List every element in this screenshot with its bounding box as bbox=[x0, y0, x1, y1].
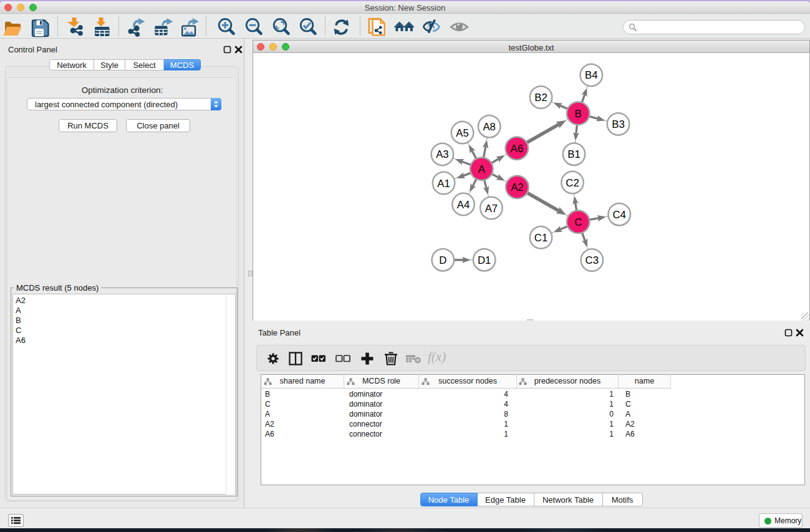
svg-text:C1: C1 bbox=[534, 232, 547, 244]
svg-text:C4: C4 bbox=[612, 209, 625, 221]
svg-text:A8: A8 bbox=[483, 121, 496, 133]
svg-text:C: C bbox=[574, 216, 582, 228]
svg-text:B4: B4 bbox=[585, 69, 598, 81]
svg-text:A5: A5 bbox=[456, 127, 469, 139]
svg-text:A7: A7 bbox=[485, 203, 498, 215]
svg-text:B3: B3 bbox=[612, 118, 625, 130]
svg-text:A3: A3 bbox=[436, 148, 449, 160]
svg-text:B1: B1 bbox=[567, 148, 581, 160]
svg-text:D1: D1 bbox=[478, 254, 491, 266]
svg-text:B: B bbox=[575, 108, 582, 120]
svg-text:C3: C3 bbox=[586, 254, 599, 266]
svg-text:A1: A1 bbox=[437, 178, 450, 190]
svg-text:A6: A6 bbox=[511, 143, 524, 155]
svg-text:B2: B2 bbox=[534, 92, 547, 104]
svg-text:D: D bbox=[439, 254, 446, 266]
svg-text:A4: A4 bbox=[457, 199, 470, 211]
svg-text:A: A bbox=[478, 163, 486, 175]
svg-text:A2: A2 bbox=[511, 181, 524, 193]
svg-text:C2: C2 bbox=[566, 177, 579, 189]
